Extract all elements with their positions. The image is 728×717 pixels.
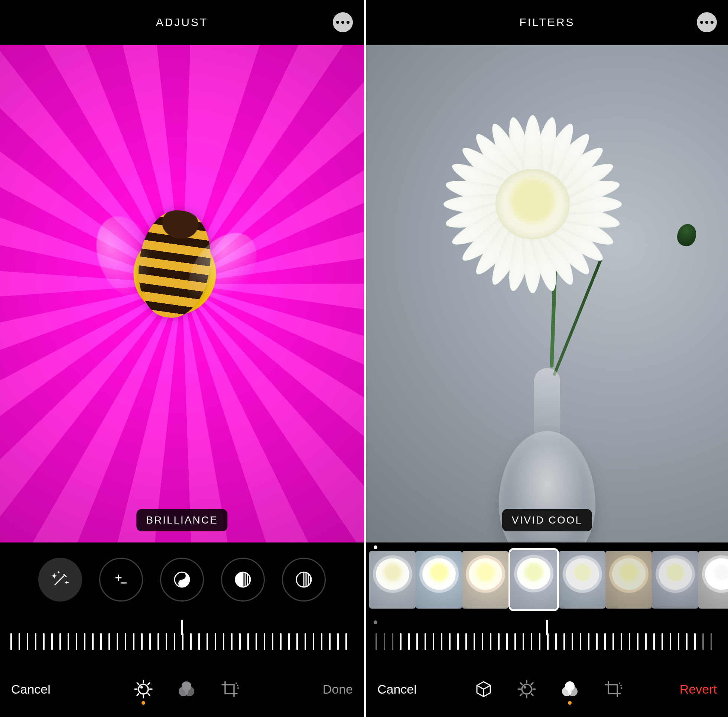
- filter-label-badge: VIVID COOL: [502, 509, 592, 531]
- slider-min-dot-icon: [374, 621, 377, 624]
- header: ADJUST: [0, 0, 364, 45]
- filters-icon: [560, 679, 580, 699]
- filter-preview: [462, 551, 508, 609]
- svg-point-30: [140, 686, 143, 689]
- ellipsis-icon: [346, 21, 350, 24]
- active-dot-icon: [568, 701, 572, 705]
- cancel-button[interactable]: Cancel: [377, 682, 417, 697]
- wand-icon: [50, 569, 70, 590]
- filter-thumb-dramatic-warm[interactable]: [606, 551, 652, 609]
- filter-thumb-dramatic-cool[interactable]: [652, 551, 698, 609]
- svg-point-33: [185, 686, 194, 696]
- ellipsis-icon: [336, 21, 339, 24]
- svg-line-46: [520, 694, 522, 696]
- bottom-bar: Cancel Done: [0, 661, 364, 717]
- ellipsis-icon: [711, 21, 714, 24]
- filter-thumb-vivid[interactable]: [416, 551, 462, 609]
- header-title: ADJUST: [156, 16, 208, 29]
- filter-thumb-dramatic[interactable]: [559, 551, 606, 609]
- filter-preview: [652, 551, 698, 609]
- adjust-slider[interactable]: [0, 617, 364, 661]
- tool-switcher: [473, 679, 623, 700]
- svg-point-21: [139, 684, 148, 694]
- adjust-brilliance-button[interactable]: [160, 558, 204, 601]
- svg-point-54: [621, 687, 622, 689]
- svg-line-29: [148, 683, 150, 685]
- svg-point-52: [619, 682, 620, 684]
- original-dot-icon: [374, 545, 377, 549]
- adjust-highlights-button[interactable]: [221, 558, 265, 601]
- svg-marker-2: [51, 573, 57, 579]
- cancel-button[interactable]: Cancel: [11, 682, 50, 697]
- filter-intensity-slider[interactable]: [366, 617, 728, 661]
- plusminus-icon: [113, 571, 130, 588]
- svg-marker-3: [65, 580, 69, 584]
- photo-dahlia: [432, 108, 633, 301]
- svg-point-51: [568, 686, 578, 696]
- highlights-icon: [234, 571, 252, 589]
- crop-icon: [603, 679, 623, 699]
- done-button[interactable]: Done: [323, 682, 353, 697]
- active-dot-icon: [142, 701, 145, 705]
- ellipsis-icon: [700, 21, 703, 24]
- svg-point-48: [523, 686, 526, 689]
- filter-thumb-mono[interactable]: [698, 551, 728, 609]
- phone-adjust: ADJUST BRILLIANCE Cancel: [0, 0, 364, 717]
- svg-line-28: [137, 694, 139, 696]
- svg-line-27: [148, 694, 150, 696]
- tool-filters-button[interactable]: [176, 679, 197, 700]
- svg-point-34: [235, 682, 237, 684]
- filter-preview: [698, 551, 728, 609]
- filter-preview: [369, 551, 416, 609]
- more-button[interactable]: [333, 12, 353, 32]
- slider-marker-icon: [181, 620, 183, 635]
- svg-line-26: [137, 683, 139, 685]
- svg-marker-4: [57, 571, 60, 574]
- svg-point-36: [237, 687, 239, 689]
- svg-line-45: [531, 694, 533, 696]
- filter-thumb-vivid-warm[interactable]: [462, 551, 508, 609]
- filter-thumbnails[interactable]: [366, 543, 728, 617]
- filter-preview: [416, 551, 462, 609]
- tool-adjust-button[interactable]: [133, 679, 154, 700]
- svg-line-47: [531, 683, 533, 685]
- tool-filters-button[interactable]: [559, 679, 580, 700]
- photo-canvas[interactable]: VIVID COOL: [366, 45, 728, 543]
- header-title: FILTERS: [519, 16, 575, 29]
- filter-preview: [559, 551, 606, 609]
- filters-icon: [177, 679, 196, 699]
- bottom-bar: Cancel Revert: [366, 661, 728, 717]
- adjust-icon: [517, 679, 536, 699]
- revert-button[interactable]: Revert: [680, 682, 717, 697]
- photo-canvas[interactable]: BRILLIANCE: [0, 45, 364, 543]
- svg-line-0: [55, 575, 65, 585]
- cube-icon: [475, 680, 493, 698]
- svg-point-39: [522, 684, 531, 694]
- filter-thumb-original[interactable]: [369, 551, 416, 609]
- photo-dahlia-core: [496, 169, 570, 240]
- tool-switcher: [133, 679, 240, 700]
- ellipsis-icon: [705, 21, 708, 24]
- yinyang-icon: [173, 571, 191, 589]
- filter-preview: [606, 551, 652, 609]
- svg-point-53: [620, 685, 622, 686]
- phone-filters: FILTERS VIVID COOL Cancel: [364, 0, 728, 717]
- crop-icon: [220, 679, 239, 699]
- filter-thumb-vivid-cool[interactable]: [508, 548, 559, 611]
- tool-crop-button[interactable]: [219, 679, 240, 700]
- adjust-shadows-button[interactable]: [282, 558, 326, 601]
- adjust-controls: [0, 543, 364, 617]
- adjust-label-badge: BRILLIANCE: [136, 509, 227, 531]
- tool-adjust-button[interactable]: [516, 679, 537, 700]
- more-button[interactable]: [697, 12, 717, 32]
- adjust-exposure-button[interactable]: [99, 558, 143, 601]
- tool-crop-button[interactable]: [603, 679, 623, 700]
- shadows-icon: [295, 571, 313, 589]
- svg-point-35: [237, 685, 238, 686]
- svg-line-44: [520, 683, 522, 685]
- slider-marker-icon: [546, 620, 548, 635]
- tool-video-button[interactable]: [473, 679, 494, 700]
- adjust-icon: [134, 679, 153, 699]
- ellipsis-icon: [341, 21, 344, 24]
- adjust-auto-button[interactable]: [38, 558, 82, 601]
